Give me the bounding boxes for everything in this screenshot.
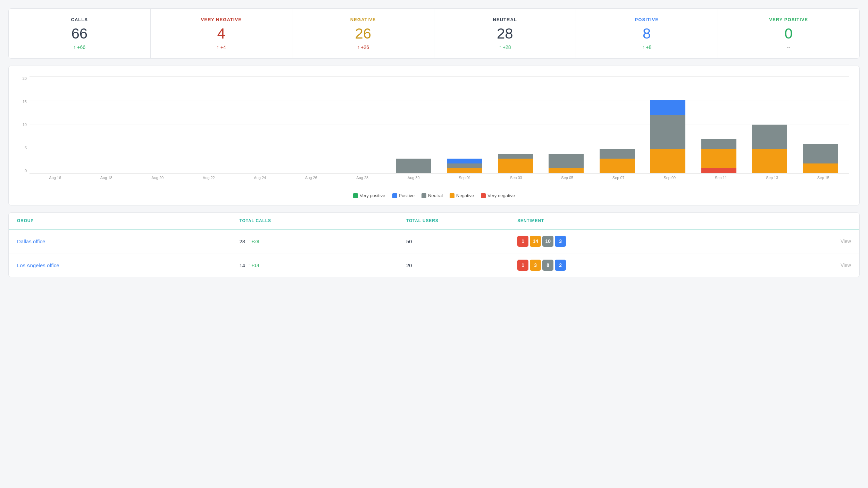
bar-segment	[447, 159, 482, 163]
legend-label: Neutral	[428, 193, 443, 198]
bar-segment	[447, 168, 482, 173]
bar-group	[236, 76, 286, 173]
bars-wrapper	[30, 76, 849, 173]
bar-group	[541, 76, 591, 173]
bar-group	[795, 76, 845, 173]
legend-dot	[422, 193, 426, 198]
bar-group	[592, 76, 642, 173]
summary-card-calls: CALLS 66 ↑ +66	[9, 9, 151, 58]
card-delta: ↑ +8	[583, 44, 711, 50]
total-calls-cell: 28 ↑ +28	[240, 238, 406, 244]
bar-group	[338, 76, 388, 173]
bar-segment	[803, 144, 838, 163]
sentiment-badge: 10	[542, 236, 553, 247]
sentiment-badge: 3	[530, 260, 541, 271]
chart-body	[30, 76, 849, 174]
card-delta: --	[725, 44, 853, 50]
total-calls-value: 28	[240, 238, 245, 244]
view-link[interactable]: View	[740, 262, 851, 268]
table-header-cell: GROUP	[17, 218, 240, 223]
x-label: Sep 15	[798, 176, 849, 180]
chart-container: 05101520 Aug 16Aug 18Aug 20Aug 22Aug 24A…	[19, 76, 849, 187]
sentiment-badge: 3	[555, 236, 566, 247]
y-label: 10	[19, 123, 30, 127]
card-delta: ↑ +4	[158, 44, 285, 50]
x-label: Sep 13	[746, 176, 798, 180]
x-label: Sep 09	[644, 176, 695, 180]
legend-item: Neutral	[422, 193, 443, 198]
x-label: Aug 30	[388, 176, 440, 180]
sentiment-badge: 1	[517, 260, 528, 271]
table-header-cell: TOTAL USERS	[406, 218, 517, 223]
card-delta: ↑ +66	[16, 44, 143, 50]
table-body: Dallas office 28 ↑ +28 50 114103 View Lo…	[9, 229, 859, 277]
bar-group	[33, 76, 83, 173]
card-value: 26	[299, 26, 427, 41]
card-label: VERY POSITIVE	[725, 17, 853, 22]
x-label: Sep 01	[439, 176, 491, 180]
sentiment-badge: 8	[542, 260, 553, 271]
bar-segment	[498, 159, 533, 173]
legend-item: Positive	[392, 193, 415, 198]
legend-label: Positive	[399, 193, 415, 198]
total-calls-cell: 14 ↑ +14	[240, 262, 406, 268]
card-label: NEUTRAL	[441, 17, 569, 22]
table-header-cell: SENTIMENT	[517, 218, 740, 223]
x-label: Aug 22	[183, 176, 235, 180]
bar-segment	[752, 125, 787, 149]
table-header-cell: TOTAL CALLS	[240, 218, 406, 223]
legend-dot	[450, 193, 454, 198]
sentiment-badge: 1	[517, 236, 528, 247]
table-header-cell	[740, 218, 851, 223]
bar-group	[694, 76, 744, 173]
legend-item: Negative	[450, 193, 474, 198]
group-name[interactable]: Dallas office	[17, 238, 240, 244]
y-axis: 05101520	[19, 76, 30, 174]
bar-group	[643, 76, 693, 173]
x-label: Sep 07	[593, 176, 644, 180]
chart-section: 05101520 Aug 16Aug 18Aug 20Aug 22Aug 24A…	[8, 66, 860, 205]
bar-segment	[650, 100, 685, 115]
view-link[interactable]: View	[740, 238, 851, 244]
calls-delta: ↑ +14	[248, 263, 259, 268]
legend-label: Very negative	[487, 193, 515, 198]
chart-legend: Very positive Positive Neutral Negative …	[19, 193, 849, 198]
bar-segment	[549, 154, 584, 168]
x-axis: Aug 16Aug 18Aug 20Aug 22Aug 24Aug 26Aug …	[30, 174, 849, 180]
calls-delta: ↑ +28	[248, 239, 259, 244]
bar-segment	[803, 163, 838, 173]
card-delta: ↑ +28	[441, 44, 569, 50]
table-section: GROUPTOTAL CALLSTOTAL USERSSENTIMENT Dal…	[8, 212, 860, 277]
bar-segment	[701, 168, 736, 173]
bar-group	[287, 76, 337, 173]
legend-label: Negative	[456, 193, 474, 198]
bar-segment	[650, 115, 685, 149]
card-label: CALLS	[16, 17, 143, 22]
card-label: POSITIVE	[583, 17, 711, 22]
bar-group	[185, 76, 235, 173]
bar-group	[135, 76, 185, 173]
sentiment-badge: 14	[530, 236, 541, 247]
card-value: 8	[583, 26, 711, 41]
x-label: Aug 24	[234, 176, 286, 180]
table-row: Los Angeles office 14 ↑ +14 20 1382 View	[9, 253, 859, 277]
y-label: 5	[19, 146, 30, 150]
sentiment-cell: 114103	[517, 236, 740, 247]
table-row: Dallas office 28 ↑ +28 50 114103 View	[9, 229, 859, 253]
bar-segment	[600, 149, 635, 159]
y-label: 0	[19, 169, 30, 173]
x-label: Sep 05	[542, 176, 593, 180]
sentiment-badge: 2	[555, 260, 566, 271]
legend-dot	[392, 193, 397, 198]
y-label: 20	[19, 76, 30, 81]
summary-cards: CALLS 66 ↑ +66 VERY NEGATIVE 4 ↑ +4 NEGA…	[8, 8, 860, 59]
x-label: Sep 03	[491, 176, 542, 180]
bar-segment	[549, 168, 584, 173]
x-label: Sep 11	[695, 176, 747, 180]
bar-group	[440, 76, 490, 173]
chart-area: 05101520	[19, 76, 849, 174]
card-value: 0	[725, 26, 853, 41]
summary-card-very-negative: VERY NEGATIVE 4 ↑ +4	[151, 9, 293, 58]
group-name[interactable]: Los Angeles office	[17, 262, 240, 268]
summary-card-very-positive: VERY POSITIVE 0 --	[718, 9, 860, 58]
